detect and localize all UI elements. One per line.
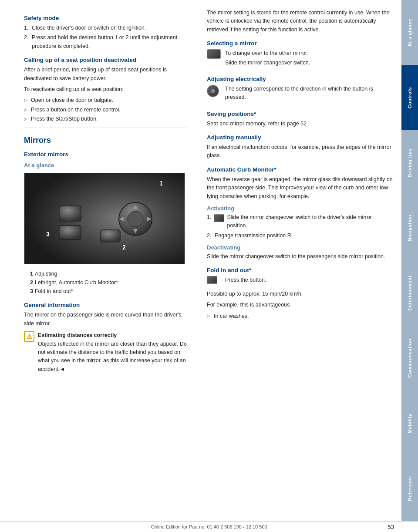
svg-text:3: 3 bbox=[46, 231, 50, 238]
svg-rect-8 bbox=[59, 226, 81, 239]
adjusting-manually-text: If an electrical malfunction occurs, for… bbox=[207, 143, 393, 160]
activating-step-1: 1. Slide the mirror changeover switch to… bbox=[207, 213, 393, 230]
mirror-svg: 1 2 3 bbox=[24, 173, 185, 264]
fold-text: Press the button. bbox=[225, 276, 266, 284]
warning-box: ⚠ Estimating distances correctly Objects… bbox=[24, 331, 187, 374]
sidebar-item-entertainment[interactable]: Entertainment bbox=[401, 261, 418, 326]
mirror-select-icon bbox=[207, 49, 221, 59]
svg-text:2: 2 bbox=[122, 244, 126, 251]
adjusting-elec-text: The setting corresponds to the direction… bbox=[225, 85, 393, 102]
mirrors-heading: Mirrors bbox=[24, 136, 187, 145]
adjusting-elec-row: The setting corresponds to the direction… bbox=[207, 85, 393, 104]
comp-1: 1Adjusting bbox=[24, 269, 187, 278]
calling-bullet-1: Open or close the door or tailgate. bbox=[24, 96, 187, 104]
warning-icon: ⚠ bbox=[24, 331, 34, 342]
sidebar-item-reference[interactable]: Reference bbox=[401, 456, 418, 521]
exterior-heading: Exterior mirrors bbox=[24, 151, 187, 158]
selecting-row: To change over to the other mirror: Slid… bbox=[207, 49, 393, 70]
auto-curb-heading: Automatic Curb Monitor* bbox=[207, 166, 393, 173]
calling-para: After a brief period, the calling up of … bbox=[24, 66, 187, 83]
fold-icon bbox=[207, 276, 217, 284]
svg-point-2 bbox=[128, 211, 143, 227]
calling-bullet-3: Press the Start/Stop button. bbox=[24, 115, 187, 123]
left-column: Safety mode 1. Close the driver's door o… bbox=[0, 0, 200, 521]
activate-icon bbox=[214, 214, 224, 222]
component-list: 1Adjusting 2Left/right, Automatic Curb M… bbox=[24, 269, 187, 296]
calling-reactivate: To reactivate calling up of a seat posit… bbox=[24, 85, 187, 94]
fold-bullet: In car washes. bbox=[207, 312, 393, 320]
main-content: Safety mode 1. Close the driver's door o… bbox=[0, 0, 401, 521]
activating-step-2: 2. Engage transmission position R. bbox=[207, 232, 393, 240]
page-layout: Safety mode 1. Close the driver's door o… bbox=[0, 0, 418, 521]
saving-text: Seat and mirror memory, refer to page 52 bbox=[207, 120, 393, 128]
calling-heading: Calling up of a seat position deactivate… bbox=[24, 57, 187, 63]
deactivating-text: Slide the mirror changeover switch to th… bbox=[207, 253, 393, 261]
adjust-elec-icon bbox=[207, 85, 219, 97]
selecting-heading: Selecting a mirror bbox=[207, 40, 393, 47]
sidebar-item-mobility[interactable]: Mobility bbox=[401, 391, 418, 456]
safety-step-2: 2. Press and hold the desired button 1 o… bbox=[24, 34, 187, 51]
svg-rect-9 bbox=[101, 230, 120, 242]
fold-icon-area bbox=[207, 276, 222, 284]
deactivating-heading: Deactivating bbox=[207, 244, 393, 251]
sidebar-item-controls[interactable]: Controls bbox=[401, 65, 418, 131]
comp-3: 3Fold in and out* bbox=[24, 287, 187, 296]
selecting-text-block: To change over to the other mirror: Slid… bbox=[225, 49, 310, 70]
at-a-glance-heading: At a glance bbox=[24, 162, 187, 168]
intro-para: The mirror setting is stored for the rem… bbox=[207, 9, 393, 34]
auto-curb-para: When the reverse gear is engaged, the mi… bbox=[207, 175, 393, 201]
adjust-elec-icon-area bbox=[207, 85, 222, 97]
divider bbox=[24, 128, 187, 128]
activating-steps: 1. Slide the mirror changeover switch to… bbox=[207, 213, 393, 240]
footer-text: Online Edition for Part no. 01 40 2 606 … bbox=[151, 524, 267, 529]
safety-steps: 1. Close the driver's door or switch on … bbox=[24, 24, 187, 51]
svg-text:1: 1 bbox=[159, 180, 163, 187]
warning-text: Estimating distances correctly Objects r… bbox=[38, 331, 187, 374]
comp-2: 2Left/right, Automatic Curb Monitor* bbox=[24, 278, 187, 287]
sidebar-item-at-a-glance[interactable]: At a glance bbox=[401, 0, 418, 65]
sidebar-item-navigation[interactable]: Navigation bbox=[401, 195, 418, 261]
adjusting-elec-heading: Adjusting electrically bbox=[207, 76, 393, 82]
mirror-image: 1 2 3 bbox=[24, 173, 185, 264]
right-column: The mirror setting is stored for the rem… bbox=[200, 0, 401, 521]
general-para: The mirror on the passenger side is more… bbox=[24, 311, 187, 328]
adjusting-manually-heading: Adjusting manually bbox=[207, 134, 393, 141]
svg-rect-0 bbox=[24, 173, 185, 264]
fold-example: For example, this is advantageous bbox=[207, 301, 393, 309]
calling-bullet-2: Press a button on the remote control. bbox=[24, 106, 187, 114]
sidebar-item-communication[interactable]: Communication bbox=[401, 326, 418, 391]
mirror-select-icon-area bbox=[207, 49, 222, 59]
footer-page: 53 bbox=[388, 524, 394, 530]
sidebar: At a glance Controls Driving tips Naviga… bbox=[401, 0, 418, 521]
safety-mode-heading: Safety mode bbox=[24, 15, 187, 21]
safety-step-1: 1. Close the driver's door or switch on … bbox=[24, 24, 187, 32]
saving-heading: Saving positions* bbox=[207, 111, 393, 117]
fold-bullets: In car washes. bbox=[207, 312, 393, 320]
fold-row: Press the button. bbox=[207, 276, 393, 287]
fold-heading: Fold in and out* bbox=[207, 267, 393, 273]
fold-speed: Possible up to approx. 15 mph/20 km/h. bbox=[207, 290, 393, 298]
general-info-heading: General information bbox=[24, 302, 187, 308]
footer: Online Edition for Part no. 01 40 2 606 … bbox=[0, 521, 418, 532]
saving-page-link[interactable]: 52 bbox=[300, 121, 307, 127]
svg-rect-7 bbox=[59, 206, 81, 221]
calling-bullets: Open or close the door or tailgate. Pres… bbox=[24, 96, 187, 123]
activating-heading: Activating bbox=[207, 205, 393, 212]
sidebar-item-driving-tips[interactable]: Driving tips bbox=[401, 130, 418, 195]
